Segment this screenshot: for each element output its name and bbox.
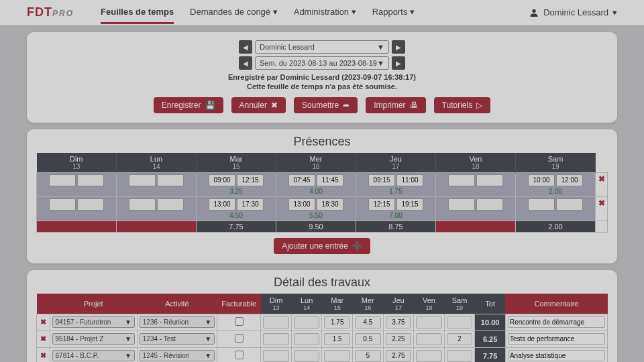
- user-menu[interactable]: Dominic Lessard ▾: [529, 7, 617, 18]
- tutorials-button[interactable]: Tutoriels▷: [434, 97, 491, 113]
- presence-cell: 4.00: [276, 172, 356, 196]
- user-name: Dominic Lessard: [543, 7, 608, 17]
- presence-cell: 2.00: [516, 172, 596, 196]
- time-out-input[interactable]: [476, 174, 503, 186]
- hours-input[interactable]: [355, 333, 381, 345]
- time-out-input[interactable]: [157, 174, 184, 186]
- hours-input[interactable]: [324, 316, 350, 328]
- week-prev[interactable]: ◀: [239, 56, 252, 70]
- nav-reports[interactable]: Rapports ▾: [372, 1, 415, 24]
- hours-input[interactable]: [294, 350, 320, 362]
- time-in-input[interactable]: [368, 174, 395, 186]
- hours-input[interactable]: [447, 316, 473, 328]
- delete-row-button[interactable]: ✖: [596, 196, 608, 221]
- time-out-input[interactable]: [77, 174, 104, 186]
- employee-select[interactable]: Dominic Lessard▼: [255, 40, 389, 54]
- time-in-input[interactable]: [288, 174, 315, 186]
- employee-prev[interactable]: ◀: [239, 40, 252, 54]
- time-out-input[interactable]: [556, 174, 583, 186]
- time-in-input[interactable]: [368, 198, 395, 210]
- presences-table: Dim13Lun14Mar15Mer16Jeu17Ven18Sam19 3.25…: [36, 153, 608, 233]
- delete-detail-button[interactable]: ✖: [37, 330, 50, 347]
- time-in-input[interactable]: [448, 174, 475, 186]
- nav-timesheets[interactable]: Feuilles de temps: [101, 1, 174, 24]
- hours-input[interactable]: [294, 316, 320, 328]
- hours-input[interactable]: [263, 316, 289, 328]
- nav-administration[interactable]: Administration ▾: [294, 1, 356, 24]
- day-total: [37, 221, 117, 232]
- hours-input[interactable]: [355, 316, 381, 328]
- delete-detail-button[interactable]: ✖: [37, 314, 50, 330]
- hours-input[interactable]: [263, 350, 289, 362]
- activity-select[interactable]: 1236 - Réunion▼: [140, 316, 215, 328]
- presence-cell-empty: [37, 172, 117, 196]
- delete-row-button[interactable]: ✖: [596, 172, 608, 196]
- comment-input[interactable]: [508, 316, 605, 328]
- details-table: ProjetActivitéFacturableDim13Lun14Mar15M…: [36, 294, 608, 362]
- hours-input[interactable]: [416, 333, 442, 345]
- project-select[interactable]: 95184 - Projet Z▼: [52, 333, 135, 345]
- employee-next[interactable]: ▶: [392, 40, 405, 54]
- time-out-input[interactable]: [77, 198, 104, 210]
- nav-leave-requests[interactable]: Demandes de congé ▾: [190, 1, 278, 24]
- time-out-input[interactable]: [317, 174, 343, 186]
- time-out-input[interactable]: [157, 198, 184, 210]
- chevron-down-icon: ▼: [377, 59, 384, 67]
- col-activity: Activité: [137, 294, 217, 314]
- cancel-button[interactable]: Annuler✖: [231, 97, 286, 113]
- print-icon: 🖶: [410, 101, 418, 110]
- user-icon: [529, 7, 539, 18]
- time-in-input[interactable]: [448, 198, 475, 210]
- hours-input[interactable]: [263, 333, 289, 345]
- time-in-input[interactable]: [129, 174, 156, 186]
- week-select[interactable]: Sem. du 2023-08-13 au 2023-08-19▼: [255, 56, 389, 70]
- week-next[interactable]: ▶: [392, 56, 405, 70]
- time-in-input[interactable]: [209, 198, 235, 210]
- delete-detail-button[interactable]: ✖: [37, 347, 50, 362]
- cell-subtotal: 1.75: [358, 188, 434, 195]
- hours-input[interactable]: [386, 350, 412, 362]
- cell-subtotal: 3.25: [198, 188, 274, 195]
- billable-checkbox[interactable]: [235, 351, 244, 359]
- add-entry-button[interactable]: Ajouter une entrée➕: [274, 238, 370, 254]
- activity-select[interactable]: 1234 - Test▼: [140, 333, 215, 345]
- time-out-input[interactable]: [317, 198, 343, 210]
- hours-input[interactable]: [447, 333, 473, 345]
- hours-input[interactable]: [416, 350, 442, 362]
- time-out-input[interactable]: [396, 198, 423, 210]
- hours-input[interactable]: [447, 350, 473, 362]
- time-in-input[interactable]: [528, 198, 555, 210]
- comment-input[interactable]: [508, 350, 605, 361]
- presence-cell: 4.50: [197, 196, 276, 221]
- time-out-input[interactable]: [476, 198, 503, 210]
- hours-input[interactable]: [386, 333, 412, 345]
- submit-button[interactable]: Soumettre➦: [294, 97, 358, 113]
- time-in-input[interactable]: [49, 198, 76, 210]
- time-in-input[interactable]: [528, 174, 555, 186]
- hours-input[interactable]: [324, 333, 350, 345]
- time-out-input[interactable]: [237, 174, 264, 186]
- save-button[interactable]: Enregistrer💾: [154, 97, 223, 113]
- hours-input[interactable]: [355, 350, 381, 362]
- time-out-input[interactable]: [237, 198, 264, 210]
- billable-checkbox[interactable]: [235, 334, 244, 343]
- col-day: Ven18: [414, 294, 445, 314]
- time-in-input[interactable]: [129, 198, 156, 210]
- time-in-input[interactable]: [288, 198, 315, 210]
- hours-input[interactable]: [386, 316, 412, 328]
- hours-input[interactable]: [294, 333, 320, 345]
- activity-select[interactable]: 1245 - Révision▼: [140, 350, 215, 361]
- billable-checkbox[interactable]: [235, 317, 244, 326]
- presence-cell: 5.50: [276, 196, 356, 221]
- project-select[interactable]: 04157 - Futurotron▼: [52, 316, 135, 328]
- comment-input[interactable]: [508, 333, 605, 345]
- time-out-input[interactable]: [556, 198, 583, 210]
- time-out-input[interactable]: [396, 174, 423, 186]
- hours-input[interactable]: [324, 350, 350, 362]
- time-in-input[interactable]: [49, 174, 76, 186]
- presence-cell: 1.75: [356, 172, 436, 196]
- project-select[interactable]: 67814 - B.C.P.▼: [52, 350, 135, 361]
- hours-input[interactable]: [416, 316, 442, 328]
- time-in-input[interactable]: [209, 174, 235, 186]
- print-button[interactable]: Imprimer🖶: [366, 97, 425, 113]
